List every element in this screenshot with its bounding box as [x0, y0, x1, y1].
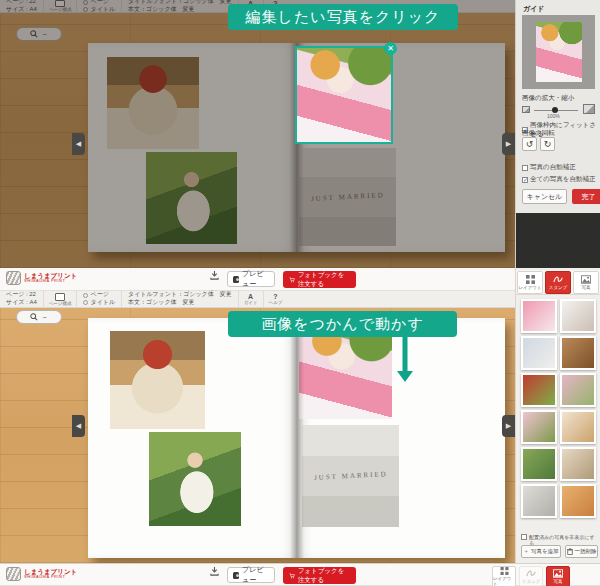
title-font-setting[interactable]: タイトルフォント：ゴシック体 変更	[128, 291, 232, 299]
photo-hamster[interactable]	[110, 331, 205, 429]
auto-correct-all-checkbox[interactable]: ✓ 全ての写真を自動補正	[522, 175, 595, 184]
view-option-title[interactable]: タイトル	[83, 299, 115, 307]
save-icon	[210, 567, 219, 576]
plus-icon: ＋	[523, 548, 529, 555]
help-button[interactable]: ? ヘルプ	[264, 291, 288, 307]
guide-icon: A	[248, 293, 253, 300]
deselect-close-icon[interactable]: ✕	[384, 42, 397, 55]
photo-thumbnail[interactable]	[560, 447, 596, 481]
brand-name-en: SHIMAUMA PRINT	[24, 279, 77, 283]
tab-photos-selected[interactable]: 写真	[546, 566, 570, 586]
photo-thumbnail[interactable]	[521, 484, 557, 518]
tab-layout[interactable]: レイアウト	[492, 566, 516, 586]
auto-correct-checkbox[interactable]: 写真の自動補正	[522, 163, 576, 172]
tutorial-banner-bottom: 画像をつかんで動かす	[228, 311, 457, 337]
order-photobook-button[interactable]: フォトブックを注文する	[283, 567, 356, 584]
tab-layout[interactable]: レイアウト	[517, 271, 543, 294]
save-icon	[210, 271, 219, 280]
checkbox-empty-icon	[521, 534, 527, 540]
photo-thumbnail[interactable]	[521, 336, 557, 370]
preview-button[interactable]: プレビュー	[227, 567, 275, 583]
view-option-page[interactable]: ページ	[83, 291, 115, 299]
view-options: ページ タイトル	[77, 291, 122, 307]
tutorial-banner-top: 編集したい写真をクリック	[228, 4, 458, 30]
trash-icon	[567, 548, 573, 555]
bulk-delete-button[interactable]: 一括削除	[565, 545, 598, 558]
body-font-setting[interactable]: 本文：ゴシック体 変更	[128, 299, 232, 307]
photo-thumbnail[interactable]	[560, 484, 596, 518]
zebra-logo-icon	[6, 567, 21, 581]
photo-thumbnail[interactable]	[560, 373, 596, 407]
tab-stamp-selected[interactable]: スタンプ	[545, 271, 571, 294]
preview-icon	[233, 276, 239, 283]
screenshot-top: ページ : 22 サイズ : A4 ページ構成 ページ タイトル タイトルフォン…	[0, 0, 600, 268]
guide-panel-title: ガイド	[523, 4, 545, 14]
scale-value: 100%	[547, 113, 560, 119]
radio-icon	[83, 293, 88, 298]
rotate-cw-icon: ↻	[544, 139, 552, 149]
photo-kimono[interactable]	[299, 324, 392, 419]
photo-thumbnail[interactable]	[521, 410, 557, 444]
page-count-label: ページ : 22	[6, 291, 37, 299]
rotate-cw-button[interactable]: ↻	[540, 137, 555, 151]
done-button[interactable]: 完了	[572, 189, 600, 204]
page-size-info: ページ : 22 サイズ : A4	[0, 291, 44, 307]
book-spine	[290, 318, 304, 558]
rotate-ccw-button[interactable]: ↺	[522, 137, 537, 151]
photos-panel: レイアウト スタンプ 写真 配置済みの写真を非表示にする ＋ 写真を追加 一括削…	[515, 268, 600, 563]
checkbox-empty-icon	[522, 165, 528, 171]
editor-toolbar: ページ : 22 サイズ : A4 ページ構成 ページ タイトル タイトルフォン…	[0, 291, 515, 308]
zebra-logo-icon	[6, 271, 21, 285]
stamp-script-icon	[526, 569, 536, 578]
screenshot-bottom: しまうまプリント SHIMAUMA PRINT 保存 プレビュー フォトブックを…	[0, 268, 600, 563]
canvas-zoom-control[interactable]: －	[16, 310, 62, 324]
photo-thumbnail[interactable]	[560, 410, 596, 444]
preview-button[interactable]: プレビュー	[227, 271, 275, 287]
photo-thumbnail[interactable]	[521, 299, 557, 333]
photo-thumbnail[interactable]	[521, 447, 557, 481]
prev-page-arrow[interactable]: ◀	[72, 415, 85, 437]
just-married-text: JUST MARRIED	[313, 470, 387, 482]
page-structure-button[interactable]: ページ構成	[44, 291, 78, 307]
chevron-right-icon: ▶	[506, 140, 511, 148]
guide-button[interactable]: A ガイド	[239, 291, 264, 307]
tab-stamp[interactable]: スタンプ	[519, 566, 543, 586]
photo-just-married[interactable]: JUST MARRIED	[302, 425, 399, 527]
save-button[interactable]: 保存	[206, 567, 222, 586]
next-page-arrow[interactable]: ▶	[502, 415, 515, 437]
next-page-arrow[interactable]: ▶	[502, 133, 515, 155]
photo-girl-basket[interactable]	[149, 432, 241, 526]
add-photos-button[interactable]: ＋ 写真を追加	[521, 545, 561, 558]
layout-grid-icon	[500, 567, 509, 575]
layout-grid-icon	[526, 275, 535, 284]
tab-photos[interactable]: 写真	[573, 271, 599, 294]
photo-thumbnail[interactable]	[560, 299, 596, 333]
photo-kimono-selected[interactable]	[297, 48, 391, 142]
photo-thumbnail[interactable]	[521, 373, 557, 407]
checkbox-checked-icon: ✓	[522, 177, 528, 183]
brand-logo[interactable]: しまうまプリント SHIMAUMA PRINT	[6, 567, 77, 581]
search-icon	[30, 313, 38, 321]
book-icon	[55, 293, 65, 301]
photo-thumbnail[interactable]	[560, 336, 596, 370]
brand-logo[interactable]: しまうまプリント SHIMAUMA PRINT	[6, 271, 77, 285]
help-icon: ?	[273, 293, 277, 300]
cart-icon	[289, 276, 295, 284]
panel-tab-bar: レイアウト スタンプ 写真	[492, 566, 570, 586]
app-header: しまうまプリント SHIMAUMA PRINT 保存 プレビュー フォトブックを…	[0, 268, 515, 291]
order-photobook-button[interactable]: フォトブックを注文する	[283, 271, 356, 288]
photo-preview-box	[522, 15, 595, 89]
chevron-left-icon: ◀	[76, 140, 81, 148]
photobook-editor-tutorial: ページ : 22 サイズ : A4 ページ構成 ページ タイトル タイトルフォン…	[0, 0, 600, 586]
panel-footer-dark	[516, 213, 600, 268]
picture-icon	[553, 569, 563, 578]
cart-icon	[289, 572, 295, 580]
book-size-label: サイズ : A4	[6, 299, 37, 307]
photo-thumbnail-grid	[521, 299, 597, 518]
font-settings[interactable]: タイトルフォント：ゴシック体 変更 本文：ゴシック体 変更	[122, 291, 239, 307]
scale-section-label: 画像の拡大・縮小	[522, 94, 574, 103]
prev-page-arrow[interactable]: ◀	[72, 133, 85, 155]
photo-preview-thumbnail	[536, 22, 582, 82]
panel-tab-bar: レイアウト スタンプ 写真	[516, 270, 600, 295]
cancel-button[interactable]: キャンセル	[522, 189, 567, 204]
